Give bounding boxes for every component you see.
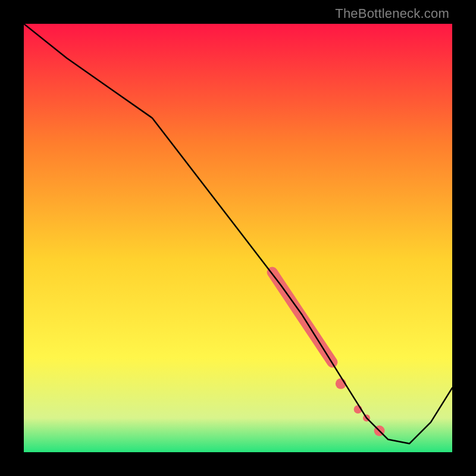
gradient-background bbox=[24, 24, 452, 452]
plot-frame bbox=[24, 24, 452, 452]
watermark-text: TheBottleneck.com bbox=[335, 6, 449, 21]
chart-svg bbox=[24, 24, 452, 452]
